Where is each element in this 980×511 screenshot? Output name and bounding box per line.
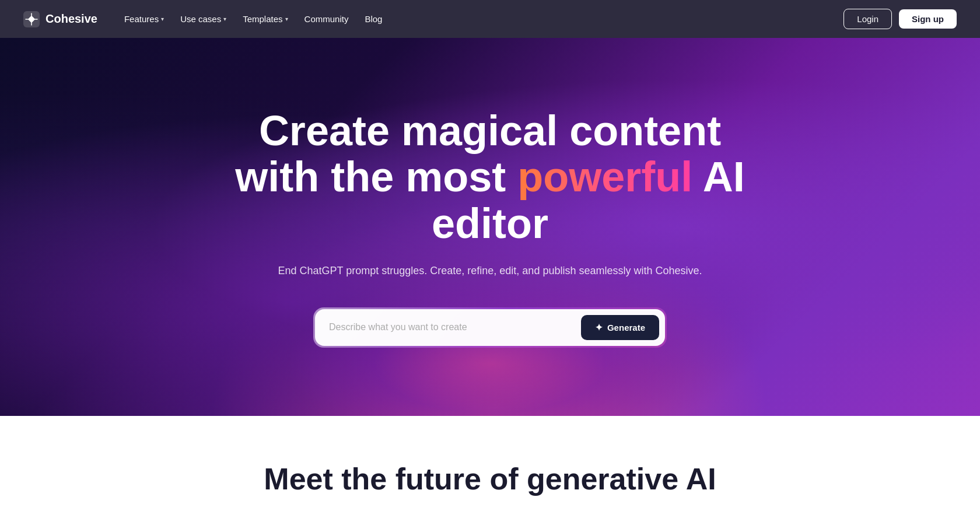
nav-item-features[interactable]: Features ▾ (118, 10, 170, 27)
hero-title-line2: with the most powerful AI editor (192, 154, 788, 246)
generate-box: ✦ Generate (315, 309, 665, 346)
hero-content: Create magical content with the most pow… (169, 108, 811, 346)
nav-right: Login Sign up (844, 9, 957, 29)
logo-text: Cohesive (46, 12, 97, 26)
hero-title-line1: Create magical content (192, 108, 788, 154)
below-hero-section: Meet the future of generative AI (0, 416, 980, 511)
nav-item-blog[interactable]: Blog (359, 10, 388, 27)
hero-title-before: with the most (235, 153, 517, 200)
hero-title-highlight: powerful (517, 153, 692, 200)
generate-input[interactable] (329, 322, 574, 332)
signup-button[interactable]: Sign up (899, 9, 957, 29)
navbar: Cohesive Features ▾ Use cases ▾ Template… (0, 0, 980, 38)
logo-icon (23, 11, 40, 27)
generate-box-wrapper: ✦ Generate (315, 309, 665, 346)
chevron-down-icon: ▾ (285, 16, 288, 22)
nav-left: Cohesive Features ▾ Use cases ▾ Template… (23, 10, 388, 27)
hero-title: Create magical content with the most pow… (192, 108, 788, 247)
logo-link[interactable]: Cohesive (23, 11, 97, 27)
nav-items: Features ▾ Use cases ▾ Templates ▾ Commu… (118, 10, 388, 27)
hero-subtitle: End ChatGPT prompt struggles. Create, re… (192, 263, 788, 279)
login-button[interactable]: Login (844, 9, 892, 29)
chevron-down-icon: ▾ (223, 16, 226, 22)
chevron-down-icon: ▾ (161, 16, 164, 22)
generate-label: Generate (607, 323, 645, 332)
below-hero-title: Meet the future of generative AI (23, 463, 957, 496)
generate-button[interactable]: ✦ Generate (581, 315, 659, 340)
nav-item-templates[interactable]: Templates ▾ (237, 10, 293, 27)
hero-section: Create magical content with the most pow… (0, 38, 980, 416)
sparkle-icon: ✦ (595, 322, 603, 333)
nav-item-use-cases[interactable]: Use cases ▾ (174, 10, 232, 27)
nav-item-community[interactable]: Community (299, 10, 355, 27)
